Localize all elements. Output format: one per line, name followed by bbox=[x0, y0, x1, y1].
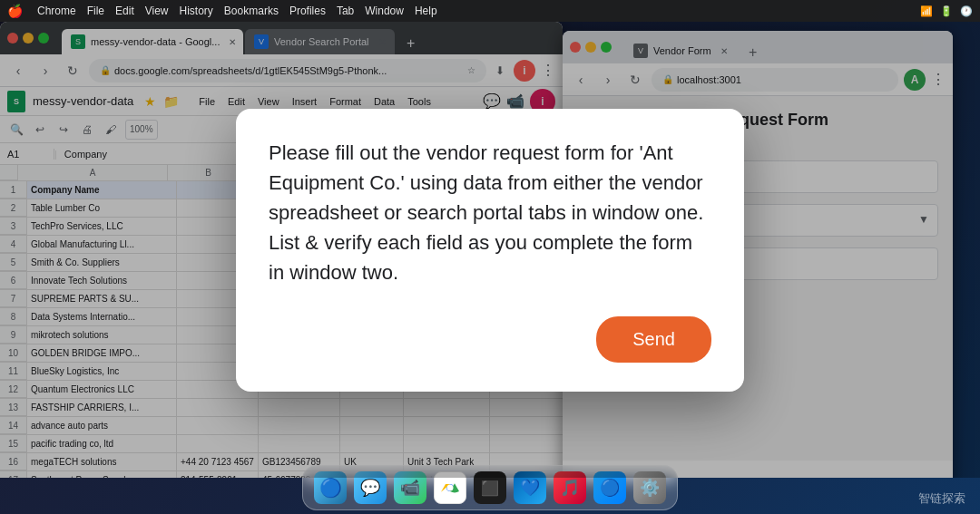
desktop: 🍎 Chrome File Edit View History Bookmark… bbox=[0, 0, 980, 514]
windows-container: S messy-vendor-data - Googl... ✕ V Vendo… bbox=[0, 22, 980, 478]
music-icon: 🎵 bbox=[560, 478, 580, 498]
vscode-icon: 💙 bbox=[520, 478, 540, 498]
finder-icon: 🔵 bbox=[319, 477, 342, 499]
menu-tab[interactable]: Tab bbox=[337, 5, 354, 17]
mac-menubar: 🍎 Chrome File Edit View History Bookmark… bbox=[0, 0, 980, 22]
settings-icon: ⚙️ bbox=[640, 478, 660, 498]
menu-profiles[interactable]: Profiles bbox=[289, 5, 326, 17]
modal-message: Please fill out the vendor request form … bbox=[269, 138, 711, 287]
menu-file[interactable]: File bbox=[87, 5, 104, 17]
svg-point-1 bbox=[447, 485, 454, 491]
menu-edit[interactable]: Edit bbox=[115, 5, 134, 17]
menu-view[interactable]: View bbox=[145, 5, 169, 17]
menu-chrome[interactable]: Chrome bbox=[37, 5, 76, 17]
modal-dialog: Please fill out the vendor request form … bbox=[236, 109, 744, 392]
menu-history[interactable]: History bbox=[180, 5, 213, 17]
menu-bookmarks[interactable]: Bookmarks bbox=[224, 5, 279, 17]
modal-overlay: Please fill out the vendor request form … bbox=[0, 22, 980, 478]
messages-icon: 💬 bbox=[360, 478, 380, 498]
menu-help[interactable]: Help bbox=[415, 5, 437, 17]
terminal-icon: ⬛ bbox=[481, 480, 499, 497]
send-button[interactable]: Send bbox=[596, 316, 711, 363]
apple-menu[interactable]: 🍎 bbox=[7, 4, 23, 18]
menu-right-icons: 📶🔋🕐 bbox=[920, 5, 973, 17]
menu-window[interactable]: Window bbox=[365, 5, 404, 17]
appstore-icon: 🔵 bbox=[600, 478, 620, 498]
facetime-icon: 📹 bbox=[400, 478, 420, 498]
chrome-icon bbox=[439, 477, 461, 499]
watermark: 智链探索 bbox=[918, 490, 965, 507]
